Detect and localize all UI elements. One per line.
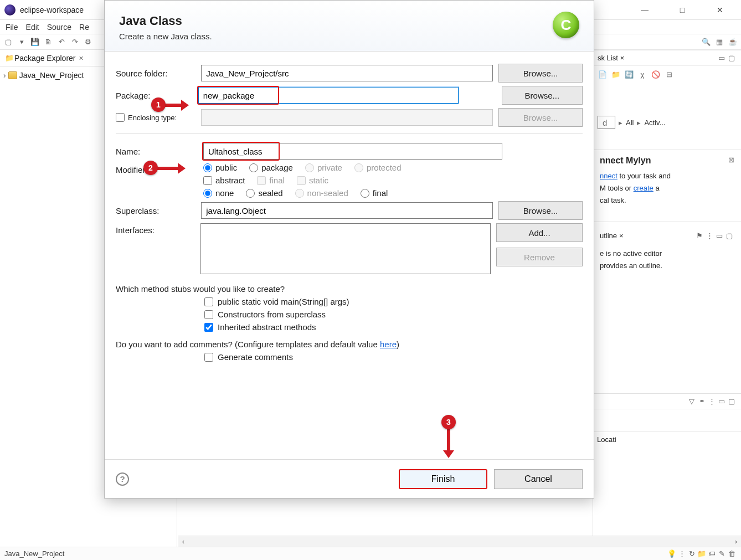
java-class-icon: C [553, 12, 579, 38]
menu-file[interactable]: File [6, 23, 18, 32]
minimize-view-icon[interactable]: ▭ [714, 230, 724, 240]
mylyn-text: to your task and [618, 172, 671, 180]
menu-edit[interactable]: Edit [26, 23, 39, 32]
finish-button[interactable]: Finish [399, 469, 487, 489]
source-folder-input[interactable] [201, 65, 493, 81]
status-trash-icon[interactable]: 🗑 [727, 549, 737, 559]
modifier-abstract-checkbox[interactable] [203, 176, 212, 185]
interfaces-list[interactable] [200, 223, 491, 274]
modifier-static-checkbox [297, 176, 306, 185]
modifier-final-checkbox [257, 176, 266, 185]
task-filter-all[interactable]: All [626, 119, 634, 127]
help-icon[interactable]: ? [116, 472, 129, 486]
save-all-icon[interactable]: 🗎 [43, 37, 53, 47]
close-icon[interactable]: ⊠ [728, 156, 734, 166]
perspective-icon[interactable]: ▦ [714, 37, 724, 47]
outline-text: provides an outline. [600, 261, 662, 270]
undo-icon[interactable]: ↶ [56, 37, 66, 47]
browse-source-folder-button[interactable]: Browse... [498, 64, 583, 83]
callout-badge-3: 3 [441, 415, 456, 429]
modifier-sealed-label: sealed [258, 188, 282, 198]
modifier-sealed-radio[interactable] [246, 189, 255, 198]
horizontal-scrollbar[interactable]: ‹ › [178, 536, 741, 547]
scroll-right-icon[interactable]: › [731, 537, 741, 546]
status-tip-icon[interactable]: 💡 [667, 549, 677, 559]
modifier-none-radio[interactable] [203, 189, 212, 198]
close-icon[interactable]: × [620, 54, 625, 62]
modifier-package-radio[interactable] [249, 163, 258, 172]
redo-icon[interactable]: ↷ [70, 37, 80, 47]
dialog-subtitle: Create a new Java class. [119, 32, 212, 41]
browse-package-button[interactable]: Browse... [502, 86, 583, 105]
search-icon[interactable]: 🔍 [701, 37, 711, 47]
maximize-view-icon[interactable]: ▢ [727, 53, 737, 63]
modifier-final-label: final [269, 176, 285, 185]
view-menu-icon[interactable]: ⋮ [704, 230, 714, 240]
java-perspective-icon[interactable]: ☕ [728, 37, 738, 47]
generate-comments-label: Generate comments [218, 352, 293, 362]
problems-col-location[interactable]: Locati [593, 435, 632, 444]
expand-icon[interactable]: › [3, 71, 6, 80]
browse-superclass-button[interactable]: Browse... [498, 201, 583, 220]
minimize-view-icon[interactable]: ▭ [717, 53, 727, 63]
task-filter-icon[interactable]: χ [637, 69, 647, 79]
enclosing-type-checkbox[interactable] [116, 113, 125, 122]
configure-templates-link[interactable]: here [380, 340, 397, 349]
link-icon[interactable]: ⚭ [697, 397, 707, 407]
eclipse-logo-icon [4, 4, 16, 16]
maximize-view-icon[interactable]: ▢ [727, 397, 737, 407]
mylyn-connect-link[interactable]: nnect [600, 172, 618, 180]
status-sep-icon: ⋮ [677, 549, 687, 559]
task-new-icon[interactable]: 📄 [598, 69, 608, 79]
minimize-view-icon[interactable]: ▭ [717, 397, 727, 407]
status-tag-icon[interactable]: 🏷 [707, 549, 717, 559]
status-folder-icon[interactable]: 📁 [697, 549, 707, 559]
add-interface-button[interactable]: Add... [496, 223, 583, 242]
task-cat-icon[interactable]: 📁 [611, 69, 621, 79]
callout-badge-1-num: 1 [156, 100, 161, 109]
stub-main-checkbox[interactable] [204, 297, 213, 306]
scroll-left-icon[interactable]: ‹ [178, 537, 188, 546]
menu-source[interactable]: Source [47, 23, 71, 32]
mylyn-text: a [653, 184, 660, 192]
generate-comments-checkbox[interactable] [204, 353, 213, 362]
close-icon[interactable]: × [619, 232, 624, 240]
outline-empty-text: e is no active editor provides an outlin… [600, 248, 734, 272]
dropdown-icon[interactable]: ▾ [17, 37, 27, 47]
status-project: Java_New_Project [4, 549, 64, 558]
task-hide-icon[interactable]: 🚫 [651, 69, 661, 79]
status-edit-icon[interactable]: ✎ [717, 549, 727, 559]
build-icon[interactable]: ⚙ [83, 37, 93, 47]
task-collapse-icon[interactable]: ⊟ [664, 69, 674, 79]
mylyn-title: nnect Mylyn [600, 156, 651, 166]
new-icon[interactable]: ▢ [3, 37, 13, 47]
task-list-title: sk List [598, 54, 618, 62]
save-icon[interactable]: 💾 [30, 37, 40, 47]
window-close-button[interactable]: ✕ [709, 6, 731, 14]
class-name-input[interactable] [203, 143, 502, 160]
problems-view: ▽ ⚭ ⋮ ▭ ▢ Locati [593, 393, 741, 547]
package-input[interactable] [198, 87, 459, 104]
superclass-input[interactable] [201, 202, 493, 219]
outline-tool-icon[interactable]: ⚑ [694, 230, 704, 240]
task-filter-activ[interactable]: Activ... [644, 119, 665, 127]
status-sync-icon[interactable]: ↻ [687, 549, 697, 559]
interfaces-label: Interfaces: [116, 223, 195, 235]
filter-icon[interactable]: ▽ [687, 397, 697, 407]
task-sync-icon[interactable]: 🔄 [624, 69, 634, 79]
close-icon[interactable]: × [79, 54, 84, 63]
task-filter-input[interactable] [598, 116, 615, 129]
stub-inherited-checkbox[interactable] [204, 323, 213, 332]
maximize-view-icon[interactable]: ▢ [724, 230, 734, 240]
cancel-button[interactable]: Cancel [494, 469, 583, 489]
window-maximize-button[interactable]: □ [671, 6, 693, 14]
callout-arrow-1 [162, 104, 187, 107]
window-minimize-button[interactable]: — [634, 6, 656, 14]
modifier-private-radio [305, 163, 314, 172]
modifier-public-radio[interactable] [203, 163, 212, 172]
mylyn-create-link[interactable]: create [634, 184, 653, 192]
stub-constructors-checkbox[interactable] [204, 310, 213, 319]
modifier-final2-radio[interactable] [361, 189, 369, 198]
view-menu-icon[interactable]: ⋮ [707, 397, 717, 407]
menu-refactor[interactable]: Re [79, 23, 89, 32]
